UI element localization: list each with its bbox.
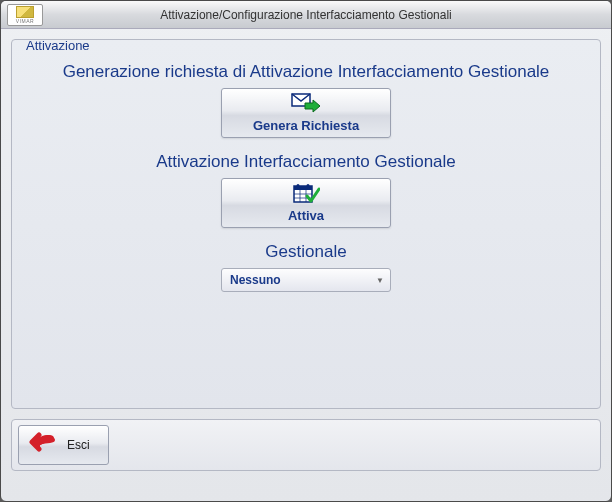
app-icon: VIMAR	[7, 4, 43, 26]
svg-point-3	[297, 184, 300, 187]
attiva-button[interactable]: Attiva	[221, 178, 391, 228]
svg-rect-2	[294, 186, 312, 190]
titlebar: VIMAR Attivazione/Configurazione Interfa…	[1, 1, 611, 29]
generate-heading: Generazione richiesta di Attivazione Int…	[26, 62, 586, 82]
dialog-window: VIMAR Attivazione/Configurazione Interfa…	[0, 0, 612, 502]
attiva-label: Attiva	[288, 208, 324, 223]
bottom-bar: Esci	[11, 419, 601, 471]
svg-point-4	[307, 184, 310, 187]
gestionale-selected: Nessuno	[230, 273, 281, 287]
esci-button[interactable]: Esci	[18, 425, 109, 465]
esci-label: Esci	[67, 438, 90, 452]
activation-groupbox: Attivazione Generazione richiesta di Att…	[11, 39, 601, 409]
genera-richiesta-button[interactable]: Genera Richiesta	[221, 88, 391, 138]
activate-heading: Attivazione Interfacciamento Gestionale	[26, 152, 586, 172]
window-title: Attivazione/Configurazione Interfacciame…	[1, 8, 611, 22]
genera-richiesta-label: Genera Richiesta	[253, 118, 359, 133]
gestionale-dropdown[interactable]: Nessuno ▼	[221, 268, 391, 292]
activate-section: Attivazione Interfacciamento Gestionale	[26, 152, 586, 228]
chevron-down-icon: ▼	[376, 276, 384, 285]
gestionale-section: Gestionale Nessuno ▼	[26, 242, 586, 292]
undo-arrow-icon	[29, 432, 57, 458]
calendar-check-icon	[222, 183, 390, 205]
groupbox-title: Attivazione	[22, 38, 94, 53]
brand-text: VIMAR	[16, 18, 34, 24]
client-area: Attivazione Generazione richiesta di Att…	[1, 29, 611, 501]
generate-section: Generazione richiesta di Attivazione Int…	[26, 62, 586, 138]
gestionale-heading: Gestionale	[26, 242, 586, 262]
mail-arrow-icon	[222, 93, 390, 115]
